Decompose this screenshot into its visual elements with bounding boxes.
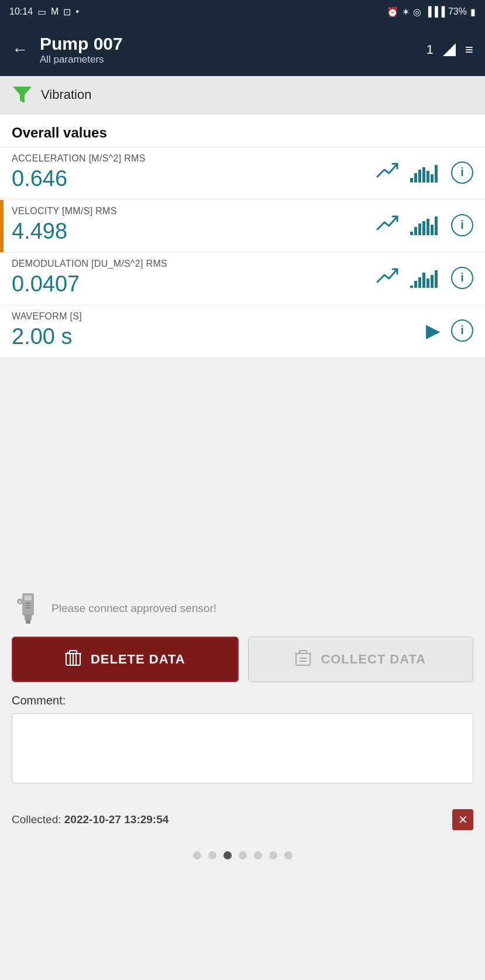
- pagination-dot-3[interactable]: [223, 851, 232, 859]
- pagination-dot-5[interactable]: [254, 851, 262, 859]
- demodulation-trend-icon[interactable]: [376, 267, 398, 288]
- svg-rect-13: [426, 219, 429, 235]
- svg-marker-1: [13, 87, 32, 103]
- device-title: Pump 007: [40, 34, 415, 54]
- pagination-dot-1[interactable]: [193, 851, 201, 859]
- svg-rect-15: [435, 216, 438, 235]
- svg-rect-5: [422, 167, 425, 183]
- delete-icon: [65, 649, 81, 670]
- svg-rect-27: [26, 607, 30, 608]
- collect-icon: [295, 649, 311, 670]
- menu-button[interactable]: ≡: [465, 42, 473, 58]
- svg-rect-26: [26, 605, 30, 606]
- collect-data-button[interactable]: COLLECT DATA: [248, 637, 474, 682]
- demodulation-value: 0.0407: [12, 271, 376, 297]
- collected-date: 2022-10-27 13:29:54: [64, 813, 169, 826]
- svg-rect-24: [25, 596, 32, 600]
- demodulation-info-button[interactable]: i: [451, 267, 473, 289]
- screen-icon: ▭: [37, 6, 46, 18]
- svg-rect-17: [414, 281, 417, 288]
- waveform-actions: ▶ i: [426, 319, 473, 342]
- velocity-trend-icon[interactable]: [376, 214, 398, 236]
- collected-text: Collected: 2022-10-27 13:29:54: [12, 813, 168, 826]
- svg-rect-12: [422, 221, 425, 235]
- wifi-icon: ◎: [413, 6, 421, 18]
- pagination-dot-4[interactable]: [239, 851, 247, 859]
- bar-chart-icon[interactable]: [409, 161, 441, 184]
- acceleration-info-button[interactable]: i: [451, 161, 473, 184]
- mail-icon: M: [51, 6, 59, 17]
- demodulation-row: DEMODULATION [du_m/s^2] RMS 0.0407 i: [0, 252, 485, 305]
- pagination-dot-6[interactable]: [269, 851, 277, 859]
- comment-section: Comment:: [0, 694, 485, 797]
- svg-rect-11: [418, 223, 421, 235]
- battery-icon: ▮: [470, 6, 476, 18]
- sensor-device-icon: ?: [14, 592, 42, 625]
- acceleration-text: ACCELERATION [m/s^2] RMS 0.646: [12, 153, 376, 191]
- acceleration-value: 0.646: [12, 166, 376, 191]
- alarm-icon: ⏰: [387, 6, 398, 18]
- waveform-info-button[interactable]: i: [451, 319, 473, 342]
- svg-rect-14: [431, 225, 434, 235]
- bluetooth-icon: ✶: [402, 6, 410, 18]
- demodulation-actions: i: [376, 267, 473, 289]
- vibration-label: Vibration: [41, 87, 91, 102]
- velocity-text: VELOCITY [mm/s] RMS 4.498: [12, 206, 376, 244]
- velocity-value: 4.498: [12, 219, 376, 244]
- svg-rect-16: [410, 286, 413, 288]
- pagination-dots: [0, 842, 485, 869]
- demodulation-bar-chart-icon[interactable]: [409, 267, 441, 289]
- header-actions: 1 ≡: [426, 42, 473, 58]
- svg-rect-6: [426, 171, 429, 183]
- svg-rect-29: [26, 620, 30, 624]
- acceleration-actions: i: [376, 161, 473, 184]
- header-title-block: Pump 007 All parameters: [40, 34, 415, 66]
- waveform-label: WAVEFORM [s]: [12, 311, 426, 322]
- collect-data-label: COLLECT DATA: [321, 652, 426, 667]
- acceleration-label: ACCELERATION [m/s^2] RMS: [12, 153, 376, 164]
- velocity-actions: i: [376, 214, 473, 236]
- svg-rect-19: [422, 273, 425, 288]
- svg-rect-2: [410, 178, 413, 183]
- svg-rect-20: [426, 278, 429, 288]
- delete-data-label: DELETE DATA: [91, 652, 185, 667]
- delete-data-button[interactable]: DELETE DATA: [12, 637, 239, 682]
- status-left: 10:14 ▭ M ⊡ •: [9, 6, 79, 18]
- page-number: 1: [426, 42, 434, 57]
- pagination-dot-2[interactable]: [208, 851, 216, 859]
- dot-icon: •: [75, 6, 79, 17]
- time-display: 10:14: [9, 6, 33, 17]
- empty-area: [0, 358, 485, 580]
- sim-icon: ⊡: [63, 6, 71, 18]
- acceleration-row: ACCELERATION [m/s^2] RMS 0.646 i: [0, 147, 485, 200]
- svg-rect-22: [435, 270, 438, 288]
- waveform-row: WAVEFORM [s] 2.00 s ▶ i: [0, 305, 485, 357]
- header-subtitle: All parameters: [40, 54, 415, 66]
- demodulation-text: DEMODULATION [du_m/s^2] RMS 0.0407: [12, 259, 376, 297]
- svg-rect-18: [418, 277, 421, 288]
- svg-rect-10: [414, 227, 417, 235]
- play-button[interactable]: ▶: [426, 319, 441, 342]
- waveform-value: 2.00 s: [12, 324, 426, 349]
- velocity-info-button[interactable]: i: [451, 214, 473, 236]
- back-button[interactable]: ←: [12, 40, 28, 59]
- svg-rect-21: [431, 275, 434, 288]
- comment-input[interactable]: [12, 713, 473, 783]
- overall-values-title: Overall values: [0, 114, 485, 147]
- svg-rect-39: [296, 654, 310, 665]
- svg-rect-7: [431, 174, 434, 183]
- trend-up-icon[interactable]: [376, 161, 398, 183]
- demodulation-label: DEMODULATION [du_m/s^2] RMS: [12, 259, 376, 269]
- vibration-funnel-icon: [12, 84, 33, 105]
- signal-triangle-icon: [443, 43, 456, 56]
- app-header: ← Pump 007 All parameters 1 ≡: [0, 23, 485, 76]
- sensor-icon-wrap: ?: [14, 592, 42, 625]
- overall-values-section: Overall values ACCELERATION [m/s^2] RMS …: [0, 114, 485, 358]
- waveform-text: WAVEFORM [s] 2.00 s: [12, 311, 426, 349]
- delete-collected-button[interactable]: ✕: [452, 809, 473, 830]
- pagination-dot-7[interactable]: [284, 851, 293, 859]
- svg-rect-9: [410, 232, 413, 235]
- velocity-bar-chart-icon[interactable]: [409, 214, 441, 236]
- svg-marker-0: [443, 43, 456, 56]
- sensor-notice: ? Please connect approved sensor!: [0, 580, 485, 637]
